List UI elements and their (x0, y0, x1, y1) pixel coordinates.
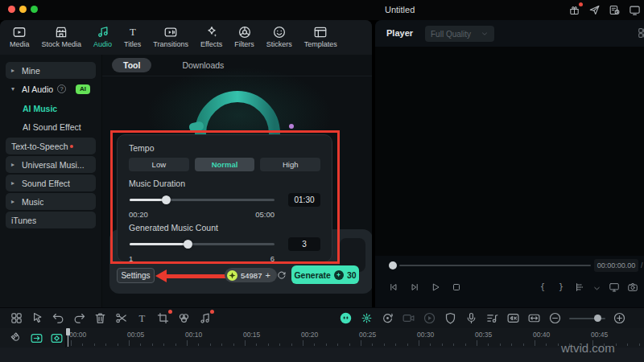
tempo-high-button[interactable]: High (260, 158, 320, 171)
zoom-out-icon[interactable] (548, 311, 562, 325)
timeline-zoom-slider[interactable] (569, 311, 605, 325)
music-duration-slider[interactable] (130, 199, 275, 201)
grid-view-icon[interactable] (10, 311, 23, 325)
music-count-min: 1 (129, 254, 133, 263)
minimize-window-button[interactable] (19, 6, 27, 13)
export-list-icon[interactable] (609, 4, 621, 16)
magnet-icon[interactable] (10, 331, 23, 345)
playhead[interactable] (66, 328, 70, 335)
blend-icon[interactable] (177, 311, 191, 325)
delete-icon[interactable] (93, 311, 107, 325)
redo-icon[interactable] (72, 311, 86, 325)
ai-audio-icon[interactable] (198, 311, 212, 325)
tab-label: Media (10, 40, 30, 48)
sidebar-item-ai-audio[interactable]: ▾AI Audio?AI (6, 80, 96, 97)
timeline-ruler[interactable]: 00:0000:0500:1000:1500:2000:2500:3000:35… (66, 328, 644, 348)
generate-button[interactable]: Generate 30 (291, 265, 359, 284)
help-icon[interactable]: ? (57, 84, 66, 93)
sidebar-item-mine[interactable]: ▸Mine (6, 62, 96, 79)
display-icon[interactable] (609, 282, 620, 293)
mark-in-icon[interactable]: { (537, 282, 548, 293)
play-icon[interactable] (430, 282, 441, 293)
tempo-normal-button[interactable]: Normal (195, 158, 255, 171)
sidebar-item-sound-effect[interactable]: ▸Sound Effect (6, 175, 96, 191)
autoplay-icon[interactable] (423, 311, 436, 325)
music-duration-value[interactable]: 01:30 (288, 193, 320, 207)
seek-handle[interactable] (389, 261, 397, 269)
undo-icon[interactable] (52, 311, 65, 325)
ruler-tick-minor (256, 343, 257, 346)
refresh-credits-icon[interactable] (276, 269, 287, 281)
text-icon[interactable]: T (135, 311, 149, 325)
music-count-slider-handle[interactable] (184, 240, 192, 249)
fit-timeline-icon[interactable] (527, 311, 541, 325)
tab-audio[interactable]: Audio (93, 25, 112, 48)
tab-transitions[interactable]: Transitions (153, 25, 188, 48)
video-preview (375, 47, 644, 256)
screen-record-icon[interactable] (381, 311, 394, 325)
keyframe-icon[interactable] (50, 331, 64, 345)
ruler-tick-minor (395, 343, 396, 346)
snapshot-icon[interactable] (627, 282, 638, 293)
split-icon[interactable] (114, 311, 128, 325)
stock-icon (54, 25, 68, 39)
tab-filters[interactable]: Filters (234, 25, 254, 48)
ruler-tick-minor (291, 343, 292, 346)
ruler-tick-minor (453, 343, 454, 346)
notification-dot (579, 2, 583, 6)
sidebar-item-ai-sound-effect[interactable]: AI Sound Effect (6, 119, 96, 134)
audio-mixer-icon[interactable] (485, 311, 499, 325)
gift-icon[interactable] (568, 4, 580, 16)
sidebar-item-text-to-speech[interactable]: Text-to-Speech (6, 138, 96, 154)
mic-icon[interactable] (464, 311, 478, 325)
tempo-low-button[interactable]: Low (129, 158, 189, 171)
tab-stock-media[interactable]: Stock Media (42, 25, 82, 48)
edit-toolbar-left: T (10, 311, 212, 325)
mute-clip-icon[interactable] (506, 311, 520, 325)
sidebar-item-music[interactable]: ▸Music (6, 193, 96, 210)
quality-dropdown[interactable]: Full Quality (425, 26, 494, 42)
effects-icon (204, 25, 219, 39)
select-icon[interactable] (31, 311, 44, 325)
zoom-slider-handle[interactable] (594, 315, 601, 322)
next-frame-icon[interactable] (409, 282, 420, 293)
layout-grid-icon[interactable] (637, 27, 644, 39)
tab-stickers[interactable]: Stickers (266, 25, 292, 48)
music-count-slider[interactable] (130, 243, 275, 245)
link-icon[interactable] (30, 331, 43, 345)
zoom-in-icon[interactable] (613, 311, 626, 325)
tab-media[interactable]: Media (10, 25, 30, 48)
screen-icon[interactable] (629, 4, 641, 16)
music-count-value[interactable]: 3 (288, 237, 320, 251)
music-duration-max: 05:00 (255, 210, 275, 219)
seek-track[interactable] (399, 265, 591, 266)
crop-icon[interactable] (156, 311, 170, 325)
sidebar-item-ai-music[interactable]: AI Music (6, 101, 96, 116)
maximize-window-button[interactable] (31, 6, 38, 13)
prev-frame-icon[interactable] (388, 282, 399, 293)
music-duration-slider-handle[interactable] (162, 195, 171, 204)
tab-label: Effects (200, 40, 222, 48)
ruler-tick-minor (500, 343, 501, 346)
tab-templates[interactable]: Templates (304, 25, 337, 48)
tab-effects[interactable]: Effects (200, 25, 222, 48)
mark-out-icon[interactable]: } (555, 282, 567, 293)
chevron-down-icon[interactable] (592, 284, 601, 293)
send-icon[interactable] (588, 4, 601, 16)
ai-enhance-icon[interactable] (360, 311, 374, 325)
copilot-icon[interactable] (339, 311, 353, 325)
transport-controls (388, 282, 462, 293)
shield-icon[interactable] (444, 311, 457, 325)
stop-icon[interactable] (451, 282, 462, 293)
tab-titles[interactable]: TTitles (124, 25, 141, 48)
render-preview-icon[interactable] (574, 282, 585, 293)
quality-value: Full Quality (431, 30, 476, 39)
credits-pill[interactable]: 54987 + (225, 268, 277, 282)
settings-button[interactable]: Settings (117, 268, 155, 283)
close-window-button[interactable] (8, 6, 15, 13)
sidebar-item-universal-musi[interactable]: ▸Universal Musi... (6, 156, 96, 173)
add-credits-button[interactable]: + (265, 270, 270, 280)
timeline-track-area[interactable] (0, 348, 644, 362)
camera-icon[interactable] (402, 311, 415, 325)
sidebar-item-itunes[interactable]: iTunes (6, 212, 96, 228)
